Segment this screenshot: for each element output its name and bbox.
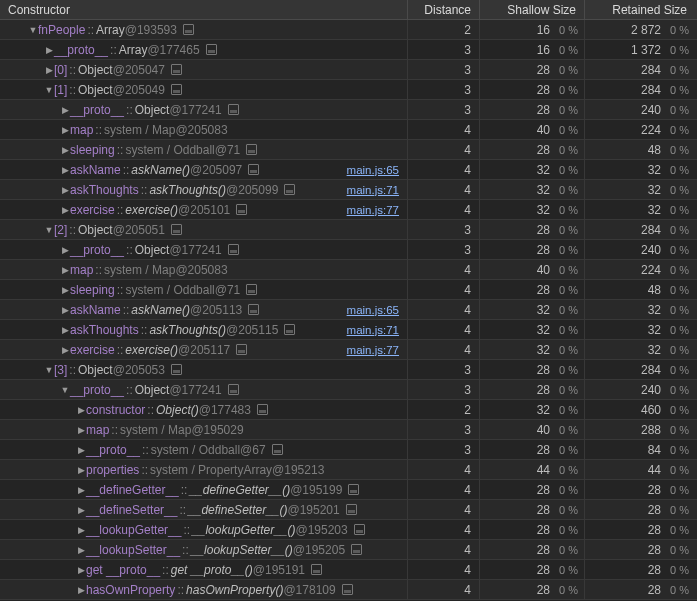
table-row[interactable]: ▶__defineGetter__ :: __defineGetter__() …: [0, 480, 697, 500]
table-row[interactable]: ▶get __proto__ :: get __proto__() @19519…: [0, 560, 697, 580]
expand-right-icon[interactable]: ▶: [60, 200, 70, 219]
table-row[interactable]: ▶exercise :: exercise() @205101main.js:7…: [0, 200, 697, 220]
expand-right-icon[interactable]: ▶: [44, 60, 54, 79]
property-name: __proto__: [86, 440, 140, 459]
table-row[interactable]: ▶askName :: askName() @205113main.js:654…: [0, 300, 697, 320]
expand-right-icon[interactable]: ▶: [76, 420, 86, 439]
table-row[interactable]: ▶hasOwnProperty :: hasOwnProperty() @178…: [0, 580, 697, 600]
expand-right-icon[interactable]: ▶: [60, 100, 70, 119]
cell-constructor: ▶__proto__ :: Object @177241: [0, 240, 408, 259]
expand-right-icon[interactable]: ▶: [60, 340, 70, 359]
expand-right-icon[interactable]: ▶: [76, 400, 86, 419]
header-shallow[interactable]: Shallow Size: [480, 0, 585, 19]
cell-constructor: ▶__proto__ :: Object @177241: [0, 100, 408, 119]
expand-right-icon[interactable]: ▶: [60, 240, 70, 259]
table-row[interactable]: ▶sleeping :: system / Oddball @714280 %4…: [0, 280, 697, 300]
cell-retained: 440 %: [585, 460, 695, 479]
property-name: __proto__: [70, 240, 124, 259]
object-address: @205117: [178, 340, 230, 359]
expand-down-icon[interactable]: ▼: [44, 360, 54, 379]
table-row[interactable]: ▶properties :: system / PropertyArray @1…: [0, 460, 697, 480]
element-icon: [183, 24, 194, 35]
source-link[interactable]: main.js:65: [347, 300, 403, 319]
table-row[interactable]: ▶map :: system / Map @1950293400 %2880 %: [0, 420, 697, 440]
header-constructor[interactable]: Constructor: [0, 0, 408, 19]
expand-down-icon[interactable]: ▼: [44, 220, 54, 239]
expand-down-icon[interactable]: ▼: [28, 20, 38, 39]
expand-right-icon[interactable]: ▶: [44, 40, 54, 59]
table-row[interactable]: ▶__proto__ :: Array @1774653160 %1 3720 …: [0, 40, 697, 60]
table-row[interactable]: ▶askThoughts :: askThoughts() @205099mai…: [0, 180, 697, 200]
expand-right-icon[interactable]: ▶: [60, 160, 70, 179]
expand-right-icon[interactable]: ▶: [60, 120, 70, 139]
cell-constructor: ▶map :: system / Map @195029: [0, 420, 408, 439]
header-distance[interactable]: Distance: [408, 0, 480, 19]
cell-distance: 4: [408, 520, 480, 539]
table-row[interactable]: ▼__proto__ :: Object @1772413280 %2400 %: [0, 380, 697, 400]
expand-right-icon[interactable]: ▶: [60, 180, 70, 199]
cell-retained: 480 %: [585, 280, 695, 299]
expand-right-icon[interactable]: ▶: [76, 540, 86, 559]
cell-distance: 4: [408, 160, 480, 179]
table-row[interactable]: ▶exercise :: exercise() @205117main.js:7…: [0, 340, 697, 360]
source-link[interactable]: main.js:65: [347, 160, 403, 179]
property-name: __defineGetter__: [86, 480, 179, 499]
cell-shallow: 320 %: [480, 340, 585, 359]
cell-shallow: 280 %: [480, 480, 585, 499]
type-label: Object: [135, 380, 170, 399]
expand-right-icon[interactable]: ▶: [76, 500, 86, 519]
source-link[interactable]: main.js:71: [347, 320, 403, 339]
expand-right-icon[interactable]: ▶: [76, 480, 86, 499]
expand-down-icon[interactable]: ▼: [44, 80, 54, 99]
table-row[interactable]: ▶askName :: askName() @205097main.js:654…: [0, 160, 697, 180]
property-name: sleeping: [70, 140, 115, 159]
header-retained[interactable]: Retained Size: [585, 0, 695, 19]
table-row[interactable]: ▶__proto__ :: system / Oddball @673280 %…: [0, 440, 697, 460]
source-link[interactable]: main.js:71: [347, 180, 403, 199]
source-link[interactable]: main.js:77: [347, 340, 403, 359]
cell-constructor: ▶__lookupSetter__ :: __lookupSetter__() …: [0, 540, 408, 559]
expand-right-icon[interactable]: ▶: [60, 320, 70, 339]
property-name: [1]: [54, 80, 67, 99]
table-row[interactable]: ▼fnPeople :: Array @1935932160 %2 8720 %: [0, 20, 697, 40]
cell-distance: 4: [408, 560, 480, 579]
element-icon: [171, 84, 182, 95]
table-row[interactable]: ▶__defineSetter__ :: __defineSetter__() …: [0, 500, 697, 520]
table-row[interactable]: ▶__proto__ :: Object @1772413280 %2400 %: [0, 100, 697, 120]
expand-right-icon[interactable]: ▶: [76, 580, 86, 599]
element-icon: [236, 204, 247, 215]
expand-right-icon[interactable]: ▶: [60, 260, 70, 279]
table-row[interactable]: ▶[0] :: Object @2050473280 %2840 %: [0, 60, 697, 80]
expand-right-icon[interactable]: ▶: [76, 520, 86, 539]
property-name: fnPeople: [38, 20, 85, 39]
cell-distance: 4: [408, 280, 480, 299]
cell-constructor: ▶askName :: askName() @205097main.js:65: [0, 160, 408, 179]
type-label: askName(): [131, 300, 190, 319]
expand-right-icon[interactable]: ▶: [76, 560, 86, 579]
table-row[interactable]: ▶map :: system / Map @2050834400 %2240 %: [0, 260, 697, 280]
table-row[interactable]: ▼[3] :: Object @2050533280 %2840 %: [0, 360, 697, 380]
table-row[interactable]: ▼[1] :: Object @2050493280 %2840 %: [0, 80, 697, 100]
expand-right-icon[interactable]: ▶: [60, 300, 70, 319]
cell-retained: 280 %: [585, 500, 695, 519]
cell-distance: 3: [408, 80, 480, 99]
table-row[interactable]: ▶__lookupGetter__ :: __lookupGetter__() …: [0, 520, 697, 540]
expand-right-icon[interactable]: ▶: [76, 440, 86, 459]
type-label: Array: [119, 40, 148, 59]
table-row[interactable]: ▶map :: system / Map @2050834400 %2240 %: [0, 120, 697, 140]
expand-down-icon[interactable]: ▼: [60, 380, 70, 399]
table-row[interactable]: ▼[2] :: Object @2050513280 %2840 %: [0, 220, 697, 240]
table-row[interactable]: ▶sleeping :: system / Oddball @714280 %4…: [0, 140, 697, 160]
cell-constructor: ▶constructor :: Object() @177483: [0, 400, 408, 419]
object-address: @205113: [190, 300, 242, 319]
element-icon: [228, 104, 239, 115]
expand-right-icon[interactable]: ▶: [76, 460, 86, 479]
object-address: @205049: [113, 80, 165, 99]
table-row[interactable]: ▶constructor :: Object() @1774832320 %46…: [0, 400, 697, 420]
source-link[interactable]: main.js:77: [347, 200, 403, 219]
table-row[interactable]: ▶askThoughts :: askThoughts() @205115mai…: [0, 320, 697, 340]
expand-right-icon[interactable]: ▶: [60, 280, 70, 299]
table-row[interactable]: ▶__proto__ :: Object @1772413280 %2400 %: [0, 240, 697, 260]
expand-right-icon[interactable]: ▶: [60, 140, 70, 159]
table-row[interactable]: ▶__lookupSetter__ :: __lookupSetter__() …: [0, 540, 697, 560]
